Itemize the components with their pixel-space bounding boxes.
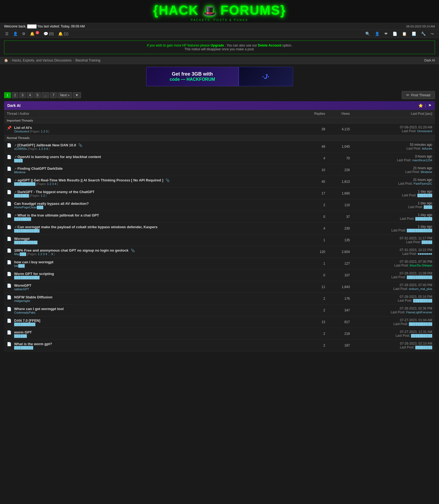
breadcrumb-section1[interactable]: Hacks, Exploits, and Various Discussions <box>12 58 71 62</box>
post-thread-button[interactable]: ✏ Post Thread <box>402 91 435 99</box>
share-icon[interactable]: ↪ <box>429 31 435 36</box>
user-profile-icon[interactable]: 👤 <box>374 31 381 36</box>
thread-link[interactable]: Finding ChatGPT DarkSide <box>17 166 63 171</box>
lastpost-link[interactable]: ███████ <box>417 194 432 197</box>
author-link[interactable]: Omniscient <box>14 130 29 133</box>
lastpost-link[interactable]: ParkFlyersDC <box>414 182 432 185</box>
author-link[interactable]: ███████ <box>14 194 29 197</box>
page-link-3[interactable]: 3 <box>46 130 48 133</box>
lastpost-link[interactable]: sinburn_mal_plus <box>409 287 432 290</box>
thread-link[interactable]: Can wormgpt make the payload of cobalt s… <box>17 225 157 229</box>
lastpost-link[interactable]: ■■■■■■■■ <box>418 252 432 255</box>
lastpost-link[interactable]: ███████████ <box>409 322 432 326</box>
views-cell: 70 <box>328 153 353 164</box>
delete-account-link[interactable]: Delete Account <box>258 44 281 47</box>
lastpost-link[interactable]: ████████████ <box>407 276 432 279</box>
thread-link[interactable]: DarkGPT - The biggest enemy of the ChatG… <box>17 190 94 194</box>
author-link[interactable]: ████████████ <box>14 276 40 279</box>
thread-link[interactable]: Wormgpt <box>14 237 30 241</box>
lastpost-link[interactable]: ██████████ <box>411 334 432 337</box>
user-icon[interactable]: 👤 <box>12 31 19 36</box>
upgrade-link[interactable]: Upgrade <box>211 44 224 47</box>
thread-link[interactable]: OpenAI is banning users for any blackhat… <box>17 155 101 159</box>
thread-link[interactable]: DAN 7.0 [FFEN] <box>14 319 40 323</box>
author-link[interactable]: Mindone <box>14 171 26 174</box>
lastpost-link[interactable]: itsfucee <box>422 147 432 150</box>
author-link[interactable]: May███ <box>14 252 26 256</box>
thread-link[interactable]: List of AI's <box>14 126 32 130</box>
author-link[interactable]: HomePageClean███ <box>14 206 43 209</box>
messages-icon[interactable]: 💬 (0) <box>42 31 55 36</box>
notice-text1: If you wish to gain more HF features ple… <box>147 44 210 47</box>
ad-banner[interactable]: Get free 3GB with code — HACKFORUM ·J· <box>4 67 435 86</box>
author-link[interactable]: ████ <box>14 159 23 162</box>
search-icon[interactable]: 🔍 <box>364 31 371 36</box>
lastpost-link[interactable]: █████ <box>422 240 432 244</box>
lastpost-link[interactable]: marcthrux1234 <box>412 159 432 162</box>
author-link[interactable]: █████████ <box>14 346 33 349</box>
page-3-btn[interactable]: 3 <box>19 92 26 98</box>
lastpost-link[interactable]: ████ <box>424 205 432 209</box>
author-link[interactable]: xCHR55x <box>14 147 27 150</box>
author-link[interactable]: ██████████ <box>14 323 35 326</box>
thread-link[interactable]: WormGPT <box>14 283 31 287</box>
lastpost-link[interactable]: FlameLightForumer <box>406 311 432 314</box>
thread-link[interactable]: how can i buy wormgpt <box>14 260 53 264</box>
author-link[interactable]: saibanGPT <box>14 287 29 291</box>
breadcrumb-home[interactable]: 🏠 <box>4 58 8 62</box>
page-1-btn[interactable]: 1 <box>4 92 11 98</box>
lastpost-link[interactable]: Omniscient <box>417 129 432 133</box>
thread-link[interactable]: NSFW Stable Diffusion <box>14 295 52 299</box>
author-link[interactable]: bat███ <box>14 264 25 267</box>
thread-link[interactable]: What is the worm gpt? <box>14 342 52 346</box>
thread-cell: 📄 ↗ Can wormgpt make the payload of coba… <box>4 223 299 234</box>
breadcrumb-section2[interactable]: Blackhat Training <box>75 58 100 62</box>
next-page-btn[interactable]: Next » <box>58 92 72 98</box>
lastpost-link[interactable]: Mindone <box>421 170 432 174</box>
page-2-btn[interactable]: 2 <box>12 92 18 98</box>
author-link[interactable]: ███████████ <box>14 241 38 244</box>
author-link[interactable]: ██████████ <box>14 182 35 185</box>
thread-link[interactable]: agiGPT || Get Real-Time Web Results || A… <box>17 178 163 182</box>
lastpost-link[interactable]: ████████████ <box>407 229 432 232</box>
flag-icon[interactable]: ⚑ <box>428 103 432 108</box>
views-cell: 2,604 <box>328 246 353 258</box>
author-link[interactable]: ██████ <box>14 334 27 338</box>
author-link[interactable]: ████████ <box>14 217 31 221</box>
author-link[interactable]: ████████████ <box>14 229 40 232</box>
thread-link[interactable]: worm GPT <box>14 330 32 334</box>
page-link-2[interactable]: 2 <box>43 130 45 133</box>
settings-icon[interactable]: ⚙ <box>21 31 27 36</box>
page-5-btn[interactable]: 5 <box>34 92 41 98</box>
table-row: 📄 WormGPT saibanGPT 11 1,843 <box>4 281 435 293</box>
heart-icon[interactable]: ❤ <box>383 31 389 36</box>
notifications-icon[interactable]: 🔔 <box>29 31 36 36</box>
lastpost-link[interactable]: ████████ <box>415 217 432 220</box>
page-icon[interactable]: 📃 <box>410 31 417 36</box>
thread-link[interactable]: 100% Free and anonymous chat GPT no sign… <box>14 248 128 252</box>
favorite-icon[interactable]: ⭐ <box>418 103 423 108</box>
author-link[interactable]: CodereadyPaks <box>14 311 35 314</box>
lastpost-link[interactable]: █████████ <box>413 299 432 302</box>
logo-mascot: 🎩 <box>203 5 220 17</box>
ad-left[interactable]: Get free 3GB with code — HACKFORUM <box>146 67 239 86</box>
page-4-btn[interactable]: 4 <box>27 92 33 98</box>
ad-right[interactable]: ·J· <box>239 67 293 86</box>
author-link[interactable]: midgamigits <box>14 299 30 302</box>
alerts-icon[interactable]: 🔔 (1) <box>57 31 70 36</box>
tool-icon[interactable]: 🔧 <box>420 31 427 36</box>
thread-link[interactable]: Worm GPT for scripting <box>14 272 54 276</box>
thread-icon: 📄 <box>7 330 11 335</box>
thread-link[interactable]: Can fraudgpt really bypass all AV detect… <box>14 202 89 206</box>
thread-link[interactable]: What is the true ultimate jailbreak for … <box>17 213 99 217</box>
document-icon[interactable]: 📄 <box>391 31 398 36</box>
lastpost-link[interactable]: ████████ <box>415 346 432 349</box>
page-7-btn[interactable]: 7 <box>50 92 57 98</box>
menu-icon[interactable]: ☰ <box>4 31 10 36</box>
thread-link[interactable]: [ChatGPT] Jailbreak New DAN 10.0 <box>17 143 76 147</box>
page-dropdown-btn[interactable]: ▼ <box>73 92 81 98</box>
thread-link[interactable]: Where can I get wormgpt tool <box>14 307 64 311</box>
page-link-1[interactable]: 1 <box>41 130 42 133</box>
lastpost-link[interactable]: KhunTie Ohhann <box>410 264 432 267</box>
document2-icon[interactable]: 📋 <box>401 31 408 36</box>
